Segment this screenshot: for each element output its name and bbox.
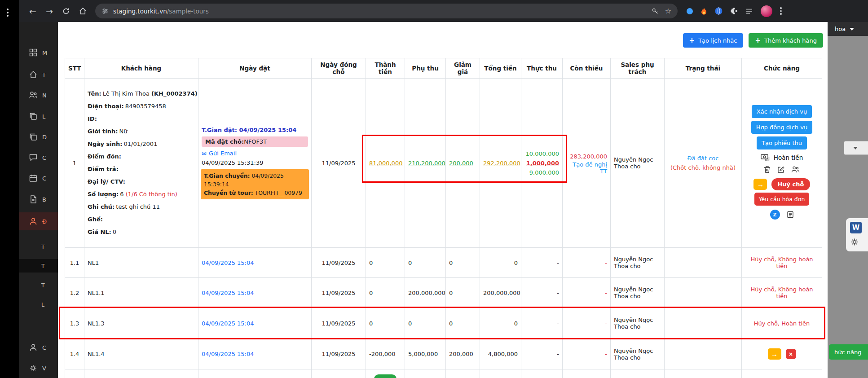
sidebar-item-0[interactable]: M [19, 44, 58, 62]
add-customer-button[interactable]: + Thêm khách hàng [749, 33, 823, 48]
sidebar-subitem-3[interactable]: L [19, 298, 58, 311]
field-label: Điện thoại: [88, 103, 124, 110]
reload-button[interactable] [59, 4, 73, 18]
sid ebar-item-bottom-1[interactable]: V [19, 359, 58, 377]
field-label: Điểm trả: [88, 166, 119, 172]
booking-code-value: NFOF3T [244, 138, 267, 145]
received-cell: - [521, 308, 563, 339]
sidebar-sublabel: T [41, 243, 45, 250]
extensions-puzzle-icon[interactable] [730, 7, 738, 15]
sidebar-label: V [42, 365, 46, 372]
booking-row-partial [65, 369, 822, 378]
passenger-name-cell: NL1.3 [84, 308, 198, 339]
user-menu[interactable]: hoa [828, 22, 868, 36]
kebab-menu-icon[interactable] [7, 9, 9, 17]
home-icon [79, 7, 87, 15]
globe-extension-icon[interactable] [715, 7, 723, 15]
service-contract-button[interactable]: Hợp đồng dịch vụ [751, 121, 812, 134]
header-status: Trạng thái [665, 58, 742, 79]
refund-icon [761, 154, 771, 162]
create-reminder-button[interactable]: + Tạo lịch nhắc [683, 33, 744, 48]
amount-cell: 0 [366, 248, 405, 278]
tune-icon[interactable] [101, 8, 109, 15]
discount-cell: 0 [446, 308, 480, 339]
form-icon[interactable] [787, 211, 794, 218]
amount-link[interactable]: 81,000,000 [369, 160, 402, 167]
booking-date-link[interactable]: 04/09/2025 15:04 [202, 259, 254, 266]
payment-request-link[interactable]: Tạo đề nghị TT [566, 161, 607, 175]
zalo-icon[interactable]: Z [770, 210, 780, 220]
gear-icon[interactable] [850, 237, 859, 246]
sidebar-item-7[interactable]: B [19, 190, 58, 208]
side-dropdown[interactable] [844, 141, 868, 155]
url-text: staging.tourkit.vn/sample-tours [113, 8, 209, 15]
sidebar-subitem-0[interactable]: T [19, 240, 58, 253]
users-icon [29, 91, 38, 100]
word-icon[interactable]: W [850, 222, 862, 233]
key-icon[interactable] [652, 8, 659, 15]
sidebar-item-4[interactable]: D [19, 128, 58, 146]
header-amount: Thành tiền [366, 58, 405, 79]
received-link[interactable]: 1,000,000 [526, 160, 559, 167]
transfer-arrow-button[interactable]: → [753, 179, 767, 190]
sidebar-item-5[interactable]: C [19, 149, 58, 167]
sidebar-subitem-1[interactable]: T [19, 259, 58, 273]
plus-icon: + [689, 36, 695, 44]
add-customer-label: Thêm khách hàng [764, 37, 817, 44]
sidebar-label: T [42, 71, 46, 78]
send-email-link[interactable]: ✉Gửi Email [202, 150, 308, 157]
flame-extension-icon[interactable] [701, 7, 707, 15]
sidebar: M T N L [19, 22, 58, 378]
sidebar-item-2[interactable]: N [19, 86, 58, 104]
url-bar[interactable]: staging.tourkit.vn/sample-tours ☆ [95, 4, 678, 18]
home-button[interactable] [75, 4, 90, 18]
sidebar-item-3[interactable]: L [19, 107, 58, 125]
closing-date-cell: 11/09/2025 [312, 278, 366, 308]
back-button[interactable]: ← [26, 4, 40, 18]
customer-code: (KH_0002374) [151, 90, 198, 97]
bookmark-star-icon[interactable]: ☆ [665, 7, 671, 15]
sidebar-item-6[interactable]: C [19, 169, 58, 187]
confirm-service-button[interactable]: Xác nhận dịch vụ [752, 105, 812, 118]
tab-list-icon[interactable] [745, 7, 753, 15]
booking-time-label: T.Gian đặt: [202, 127, 237, 133]
booking-date-link[interactable]: 04/09/2025 15:04 [202, 351, 254, 357]
received-cell [521, 369, 563, 378]
create-receipt-button[interactable]: Tạo phiếu thu [757, 136, 807, 149]
closing-date-cell: 11/09/2025 [312, 308, 366, 339]
sidebar-item-active[interactable]: Đ [19, 212, 58, 230]
discount-link[interactable]: 200,000 [449, 160, 473, 167]
transfer-arrow-button[interactable]: → [768, 348, 781, 360]
customer-note: test ghi chú 11 [116, 203, 160, 210]
cancel-booking-button[interactable]: Huỷ chỗ [771, 178, 810, 190]
sidebar-item-1[interactable]: T [19, 66, 58, 84]
received-cell: - [521, 278, 563, 308]
booking-date-link[interactable]: 04/09/2025 15:04 [202, 320, 254, 327]
surcharge-link[interactable]: 210,200,000 [408, 160, 445, 167]
bookings-table: STT Khách hàng Ngày đặt Ngày đóng chỗ Th… [65, 58, 822, 378]
sales-cell: Nguyễn Ngọc Thoa cho [611, 278, 665, 308]
trash-icon[interactable] [764, 166, 771, 173]
invoice-request-button[interactable]: Yêu cầu hóa đơn [754, 193, 810, 206]
remaining-cell [563, 369, 611, 378]
calendar-icon [29, 174, 38, 183]
booking-subrow-1-3: 1.3 NL1.3 04/09/2025 15:04 11/09/2025 0 … [65, 308, 822, 339]
sidebar-item-bottom-0[interactable]: C [19, 338, 58, 356]
users-icon[interactable] [791, 166, 800, 173]
sidebar-subitem-2[interactable]: T [19, 278, 58, 292]
forward-button[interactable]: → [42, 4, 57, 18]
customer-gender: Nữ [119, 128, 127, 135]
cut-action-button[interactable]: hức năng [829, 344, 868, 360]
header-customer: Khách hàng [84, 58, 198, 79]
browser-menu-icon[interactable] [780, 7, 782, 15]
transfer-tag: T.Gian chuyển: 04/09/2025 15:39:14 Chuyể… [201, 169, 309, 199]
edit-icon[interactable] [777, 166, 784, 173]
status-cell [665, 369, 742, 378]
delete-x-button[interactable]: × [786, 349, 796, 359]
booking-date-cell [198, 369, 312, 378]
total-link[interactable]: 292,200,000 [483, 160, 520, 167]
blue-dot-extension-icon[interactable] [687, 8, 693, 14]
refund-button[interactable]: Hoàn tiền [745, 154, 819, 162]
profile-avatar[interactable] [761, 5, 772, 17]
booking-date-link[interactable]: 04/09/2025 15:04 [202, 290, 254, 296]
